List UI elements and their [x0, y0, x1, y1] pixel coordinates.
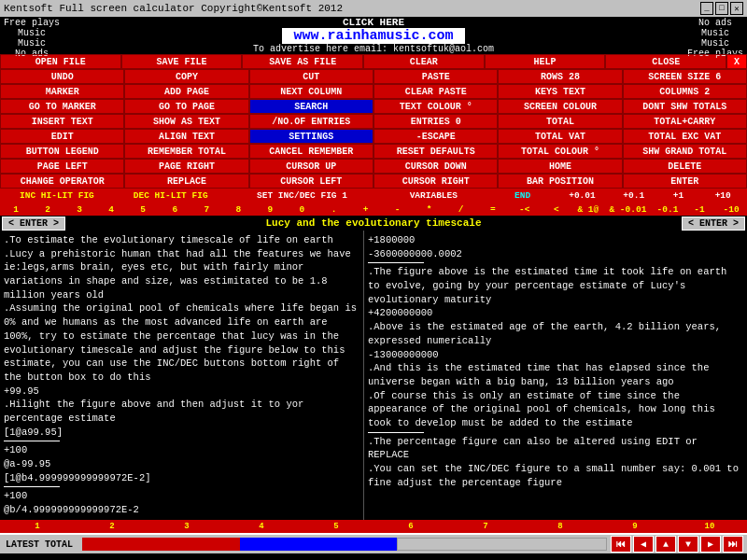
total-carry-button[interactable]: TOTAL+CARRY [623, 114, 747, 129]
num-div[interactable]: / [445, 204, 477, 215]
cursor-left-button[interactable]: CURSOR LEFT [249, 174, 374, 189]
cursor-right-button[interactable]: CURSOR RIGHT [374, 174, 498, 189]
enter-button[interactable]: ENTER [623, 174, 747, 189]
total-button[interactable]: TOTAL [498, 114, 622, 129]
edit-button[interactable]: EDIT [0, 129, 124, 144]
num-dot[interactable]: . [317, 204, 349, 215]
clear-paste-button[interactable]: CLEAR PASTE [374, 84, 498, 99]
page-right-button[interactable]: PAGE RIGHT [124, 159, 248, 174]
page-left-button[interactable]: PAGE LEFT [0, 159, 124, 174]
copy-button[interactable]: COPY [124, 69, 248, 84]
search-button[interactable]: SEARCH [249, 99, 374, 114]
button-legend-button[interactable]: BUTTON LEGEND [0, 144, 124, 159]
align-text-button[interactable]: ALIGN TEXT [124, 129, 248, 144]
seg-8[interactable]: 8 [523, 522, 598, 531]
replace-button[interactable]: REPLACE [124, 174, 248, 189]
nav-next-button[interactable]: ▶ [700, 536, 721, 553]
set-inc-dec-fig-button[interactable]: SET INC/DEC FIG 1 [228, 190, 377, 201]
seg-3[interactable]: 3 [149, 522, 224, 531]
num-1[interactable]: 1 [0, 204, 32, 215]
variables-button[interactable]: VARIABLES [376, 190, 490, 201]
seg-10[interactable]: 10 [672, 522, 747, 531]
seg-5[interactable]: 5 [299, 522, 374, 531]
ad-center[interactable]: CLICK HERE www.rainhamusic.com To advert… [253, 18, 494, 53]
num-plus[interactable]: + [350, 204, 382, 215]
cursor-down-button[interactable]: CURSOR DOWN [374, 159, 498, 174]
marker-button[interactable]: MARKER [0, 84, 124, 99]
paste-button[interactable]: PASTE [374, 69, 498, 84]
num-8[interactable]: 8 [222, 204, 254, 215]
num-5[interactable]: 5 [127, 204, 159, 215]
num-7[interactable]: 7 [190, 204, 222, 215]
total-colour-button[interactable]: TOTAL COLOUR ° [498, 144, 622, 159]
show-as-text-button[interactable]: SHOW AS TEXT [124, 114, 248, 129]
settings-button[interactable]: SETTINGS [249, 129, 374, 144]
save-file-button[interactable]: SAVE FILE [121, 54, 243, 69]
plus-0-01-button[interactable]: +0.01 [555, 190, 610, 201]
plus-0-1-button[interactable]: +0.1 [610, 190, 658, 201]
cursor-up-button[interactable]: CURSOR UP [249, 159, 374, 174]
num-neg10[interactable]: -10 [715, 204, 747, 215]
next-column-button[interactable]: NEXT COLUMN [249, 84, 374, 99]
plus-1-button[interactable]: +1 [658, 190, 699, 201]
num-4[interactable]: 4 [95, 204, 127, 215]
end-button[interactable]: END [490, 190, 555, 201]
delete-button[interactable]: DELETE [623, 159, 747, 174]
num-3[interactable]: 3 [63, 204, 95, 215]
num-back[interactable]: -< [509, 204, 541, 215]
seg-9[interactable]: 9 [598, 522, 672, 531]
num-amp1[interactable]: & 1@ [572, 204, 604, 215]
seg-1[interactable]: 1 [0, 522, 75, 531]
escape-button[interactable]: -ESCAPE [374, 129, 498, 144]
dec-hilit-fig-button[interactable]: DEC HI-LIT FIG [114, 190, 228, 201]
inc-hilit-fig-button[interactable]: INC HI-LIT FIG [0, 190, 114, 201]
plus-10-button[interactable]: +10 [698, 190, 747, 201]
num-neg01[interactable]: -0.1 [652, 204, 684, 215]
maximize-button[interactable]: □ [715, 2, 728, 15]
open-file-button[interactable]: OPEN FILE [0, 54, 121, 69]
change-operator-button[interactable]: CHANGE OPERATOR [0, 174, 124, 189]
total-vat-button[interactable]: TOTAL VAT [498, 129, 622, 144]
go-to-marker-button[interactable]: GO TO MARKER [0, 99, 124, 114]
total-exc-vat-button[interactable]: TOTAL EXC VAT [623, 129, 747, 144]
nav-last-button[interactable]: ⏭ [723, 536, 743, 553]
num-neg001[interactable]: & -0.01 [604, 204, 652, 215]
close-button[interactable]: CLOSE [605, 54, 726, 69]
seg-6[interactable]: 6 [374, 522, 448, 531]
seg-2[interactable]: 2 [75, 522, 149, 531]
num-lt[interactable]: < [541, 204, 572, 215]
num-6[interactable]: 6 [159, 204, 190, 215]
num-neg1[interactable]: -1 [684, 204, 715, 215]
screen-colour-button[interactable]: SCREEN COLOUR [498, 99, 622, 114]
enter-right[interactable]: < ENTER > [682, 217, 745, 231]
save-as-file-button[interactable]: SAVE AS FILE [242, 54, 363, 69]
nav-first-button[interactable]: ⏮ [611, 536, 631, 553]
shw-grand-total-button[interactable]: SHW GRAND TOTAL [623, 144, 747, 159]
num-9[interactable]: 9 [254, 204, 286, 215]
nav-down-button[interactable]: ▼ [678, 536, 698, 553]
go-to-page-button[interactable]: GO TO PAGE [124, 99, 248, 114]
insert-text-button[interactable]: INSERT TEXT [0, 114, 124, 129]
undo-button[interactable]: UNDO [0, 69, 124, 84]
num-minus[interactable]: - [382, 204, 414, 215]
nav-prev-button[interactable]: ◀ [633, 536, 654, 553]
remember-total-button[interactable]: REMEMBER TOTAL [124, 144, 248, 159]
close-window-button[interactable]: ✕ [730, 2, 743, 15]
num-eq[interactable]: = [477, 204, 509, 215]
reset-defaults-button[interactable]: RESET DEFAULTS [374, 144, 498, 159]
cut-button[interactable]: CUT [249, 69, 374, 84]
help-button[interactable]: HELP [485, 54, 606, 69]
text-colour-button[interactable]: TEXT COLOUR ° [374, 99, 498, 114]
seg-7[interactable]: 7 [448, 522, 523, 531]
cancel-remember-button[interactable]: CANCEL REMEMBER [249, 144, 374, 159]
seg-4[interactable]: 4 [224, 522, 299, 531]
num-mult[interactable]: * [414, 204, 445, 215]
x-button[interactable]: X [726, 54, 747, 69]
enter-left[interactable]: < ENTER > [2, 217, 65, 231]
home-button[interactable]: HOME [498, 159, 622, 174]
clear-button[interactable]: CLEAR [363, 54, 485, 69]
dont-show-totals-button[interactable]: DONT SHW TOTALS [623, 99, 747, 114]
no-of-entries-button[interactable]: /NO.OF ENTRIES [249, 114, 374, 129]
bar-position-button[interactable]: BAR POSITION [498, 174, 622, 189]
add-page-button[interactable]: ADD PAGE [124, 84, 248, 99]
